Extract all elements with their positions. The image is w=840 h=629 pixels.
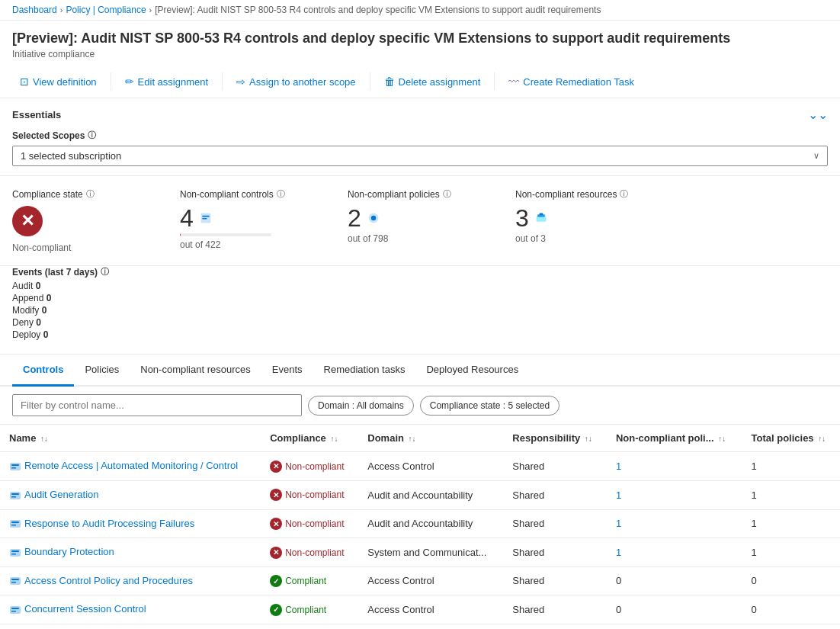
events-title: Events (last 7 days) ⓘ (12, 266, 828, 278)
row-domain: Access Control (358, 452, 503, 481)
svg-rect-18 (11, 550, 19, 552)
svg-rect-24 (11, 608, 19, 609)
breadcrumb-sep-2: › (149, 5, 152, 14)
check-icon: ✓ (270, 575, 282, 587)
toolbar-sep-3 (370, 72, 370, 91)
compliance-badge-noncompliant: ✕ Non-compliant (270, 518, 344, 530)
events-section: Events (last 7 days) ⓘ Audit 0Append 0Mo… (0, 266, 840, 355)
edit-icon: ✏ (125, 75, 134, 88)
row-domain: Access Control (358, 624, 503, 629)
row-domain: Access Control (358, 566, 503, 595)
scope-dropdown[interactable]: 1 selected subscription ∨ (12, 146, 828, 166)
col-header-non_compliant_policies[interactable]: Non-compliant poli... ↑↓ (607, 425, 742, 452)
svg-rect-21 (11, 579, 19, 580)
tab-controls[interactable]: Controls (12, 355, 74, 387)
row-domain: Access Control (358, 595, 503, 624)
essentials-collapse-button[interactable]: ⌄⌄ (808, 108, 828, 122)
row-name-link[interactable]: Remote Access | Automated Monitoring / C… (24, 460, 238, 471)
col-header-total_policies[interactable]: Total policies ↑↓ (742, 425, 840, 452)
non-compliant-policies-link[interactable]: 1 (616, 461, 621, 472)
non-compliant-policies-number: 2 (348, 206, 361, 230)
row-responsibility: Shared (503, 452, 607, 481)
row-responsibility: Shared (503, 480, 607, 509)
non-compliant-controls-value-row: 4 (180, 206, 317, 230)
sort-icon-compliance: ↑↓ (330, 435, 338, 443)
toolbar-sep-4 (494, 72, 495, 91)
tab-policies[interactable]: Policies (74, 355, 130, 387)
svg-point-4 (371, 216, 376, 220)
col-header-compliance[interactable]: Compliance ↑↓ (261, 425, 358, 452)
row-name-link[interactable]: Access Control Policy and Procedures (24, 575, 193, 586)
col-header-responsibility[interactable]: Responsibility ↑↓ (503, 425, 607, 452)
row-name-link[interactable]: Response to Audit Processing Failures (24, 518, 194, 529)
compliance-badge-noncompliant: ✕ Non-compliant (270, 547, 344, 559)
table-row: Audit Generation✕ Non-compliantAudit and… (0, 480, 840, 509)
x-icon: ✕ (270, 461, 282, 473)
row-name-link[interactable]: Boundary Protection (24, 546, 114, 557)
svg-rect-25 (11, 611, 16, 612)
delete-assignment-button[interactable]: 🗑 Delete assignment (377, 72, 489, 91)
svg-rect-2 (202, 218, 207, 220)
check-icon: ✓ (270, 604, 282, 616)
tab-deployed-resources[interactable]: Deployed Resources (415, 355, 529, 387)
svg-rect-15 (11, 521, 19, 523)
row-responsibility: Shared (503, 624, 607, 629)
row-domain: Audit and Accountability (358, 509, 503, 538)
row-resource-icon (9, 547, 21, 559)
noncompliant-icon: ✕ (12, 206, 43, 236)
svg-rect-22 (11, 582, 16, 583)
scope-info-icon[interactable]: ⓘ (88, 130, 96, 141)
tab-remediation-tasks[interactable]: Remediation tasks (313, 355, 416, 387)
breadcrumb-policy-compliance[interactable]: Policy | Compliance (66, 5, 146, 15)
row-non-compliant-policies: 0 (607, 566, 742, 595)
row-non-compliant-policies: 0 (607, 595, 742, 624)
edit-assignment-button[interactable]: ✏ Edit assignment (117, 72, 216, 91)
svg-rect-14 (10, 520, 21, 528)
non-compliant-policies-info-icon[interactable]: ⓘ (443, 188, 451, 200)
row-domain: Audit and Accountability (358, 480, 503, 509)
svg-rect-12 (11, 493, 19, 495)
table-row: Concurrent Session Control✓ CompliantAcc… (0, 595, 840, 624)
breadcrumb-dashboard[interactable]: Dashboard (12, 5, 57, 15)
tab-non-compliant-resources[interactable]: Non-compliant resources (130, 355, 261, 387)
page-subtitle: Initiative compliance (12, 49, 828, 59)
x-icon: ✕ (270, 518, 282, 530)
non-compliant-controls-out-of: out of 422 (180, 239, 317, 250)
table-header: Name ↑↓Compliance ↑↓Domain ↑↓Responsibil… (0, 425, 840, 452)
scope-label: Selected Scopes ⓘ (12, 130, 828, 141)
non-compliant-resources-info-icon[interactable]: ⓘ (620, 188, 628, 200)
row-name-link[interactable]: Audit Generation (24, 489, 99, 500)
col-header-name[interactable]: Name ↑↓ (0, 425, 261, 452)
non-compliant-policies-link[interactable]: 1 (616, 489, 621, 501)
svg-rect-13 (11, 496, 16, 498)
sort-icon-responsibility: ↑↓ (585, 435, 592, 443)
compliance-badge-compliant: ✓ Compliant (270, 575, 326, 587)
x-icon: ✕ (270, 547, 282, 559)
row-name-link[interactable]: Concurrent Session Control (24, 603, 146, 615)
compliance-badge-noncompliant: ✕ Non-compliant (270, 489, 344, 501)
assign-to-another-scope-button[interactable]: ⇨ Assign to another scope (229, 72, 363, 91)
compliance-state-filter-button[interactable]: Compliance state : 5 selected (420, 396, 559, 416)
svg-rect-9 (11, 464, 19, 466)
svg-rect-11 (10, 492, 21, 499)
assign-scope-icon: ⇨ (236, 75, 245, 88)
row-domain: System and Communicat... (358, 538, 503, 567)
essentials-title: Essentials (12, 109, 61, 120)
non-compliant-policies-link[interactable]: 1 (616, 547, 621, 558)
create-remediation-task-button[interactable]: 〰 Create Remediation Task (501, 72, 642, 91)
policies-resource-icon (367, 212, 380, 224)
tab-events[interactable]: Events (261, 355, 313, 387)
non-compliant-controls-info-icon[interactable]: ⓘ (277, 188, 285, 200)
compliance-state-info-icon[interactable]: ⓘ (86, 188, 95, 200)
non-compliant-policies-link[interactable]: 1 (616, 518, 621, 529)
events-info-icon[interactable]: ⓘ (101, 266, 109, 278)
compliance-state-card: Compliance state ⓘ ✕ Non-compliant (12, 188, 149, 253)
col-header-domain[interactable]: Domain ↑↓ (358, 425, 503, 452)
page-title: [Preview]: Audit NIST SP 800-53 R4 contr… (12, 30, 828, 47)
view-definition-icon: ⊡ (20, 75, 29, 88)
filter-input[interactable] (12, 394, 302, 416)
view-definition-button[interactable]: ⊡ View definition (12, 72, 104, 91)
domain-filter-button[interactable]: Domain : All domains (308, 396, 414, 416)
svg-rect-7 (539, 213, 543, 215)
non-compliant-policies-card: Non-compliant policies ⓘ 2 out of 798 (348, 188, 485, 253)
